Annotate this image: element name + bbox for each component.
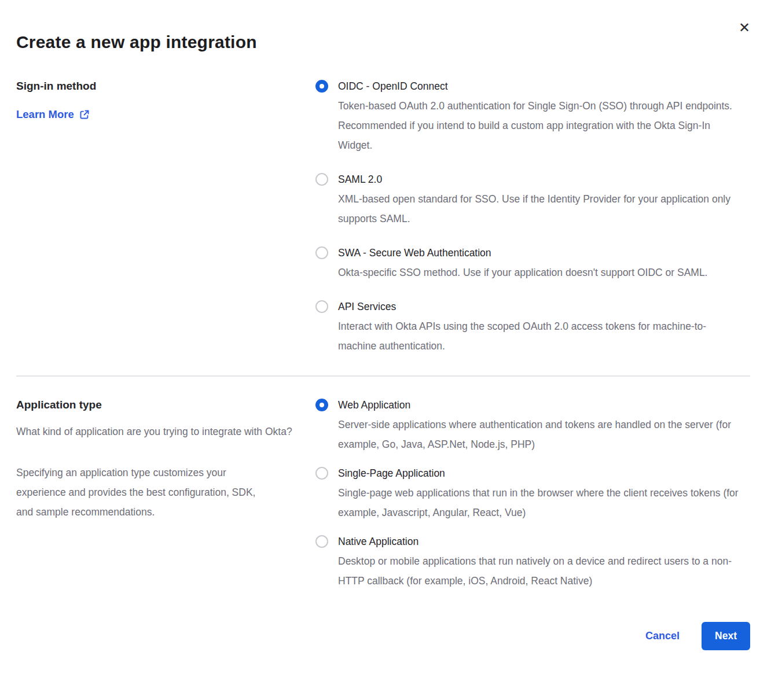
option-api-services-description: Interact with Okta APIs using the scoped… [338, 316, 740, 356]
option-web-application-description: Server-side applications where authentic… [338, 415, 740, 454]
option-saml-label[interactable]: SAML 2.0 [338, 172, 740, 187]
application-type-question: What kind of application are you trying … [16, 422, 306, 441]
application-type-label: Application type [16, 399, 315, 411]
option-single-page-application-label[interactable]: Single-Page Application [338, 466, 740, 481]
option-api-services-label[interactable]: API Services [338, 299, 740, 315]
application-type-explanation: Specifying an application type customize… [16, 463, 274, 522]
external-link-icon [79, 109, 90, 120]
option-native-application: Native Application Desktop or mobile app… [315, 534, 750, 591]
radio-web-application[interactable] [315, 399, 328, 411]
option-single-page-application: Single-Page Application Single-page web … [315, 466, 750, 522]
application-type-section: Application type What kind of applicatio… [16, 397, 750, 591]
radio-native-application[interactable] [315, 535, 328, 548]
radio-oidc[interactable] [315, 80, 328, 93]
learn-more-link[interactable]: Learn More [16, 108, 90, 121]
create-app-integration-dialog: ✕ Create a new app integration Sign-in m… [0, 0, 771, 700]
dialog-footer: Cancel Next [16, 622, 750, 650]
radio-api-services[interactable] [315, 300, 328, 313]
sign-in-method-section: Sign-in method Learn More OIDC - OpenID … [16, 79, 750, 356]
option-oidc-label[interactable]: OIDC - OpenID Connect [338, 79, 740, 94]
next-button[interactable]: Next [702, 622, 750, 650]
radio-saml[interactable] [315, 173, 328, 186]
option-saml-description: XML-based open standard for SSO. Use if … [338, 189, 740, 229]
learn-more-label: Learn More [16, 108, 74, 121]
option-native-application-description: Desktop or mobile applications that run … [338, 551, 740, 591]
option-api-services: API Services Interact with Okta APIs usi… [315, 299, 750, 356]
radio-single-page-application[interactable] [315, 467, 328, 480]
option-single-page-application-description: Single-page web applications that run in… [338, 483, 740, 522]
close-icon[interactable]: ✕ [739, 21, 750, 35]
option-saml: SAML 2.0 XML-based open standard for SSO… [315, 172, 750, 229]
section-divider [16, 375, 750, 377]
option-web-application: Web Application Server-side applications… [315, 397, 750, 454]
radio-swa[interactable] [315, 246, 328, 259]
option-oidc: OIDC - OpenID Connect Token-based OAuth … [315, 79, 750, 155]
sign-in-method-label: Sign-in method [16, 80, 315, 93]
page-title: Create a new app integration [16, 32, 750, 52]
option-swa-label[interactable]: SWA - Secure Web Authentication [338, 245, 707, 261]
cancel-button[interactable]: Cancel [645, 630, 680, 642]
option-oidc-description: Token-based OAuth 2.0 authentication for… [338, 96, 740, 155]
option-swa-description: Okta-specific SSO method. Use if your ap… [338, 263, 707, 282]
option-swa: SWA - Secure Web Authentication Okta-spe… [315, 245, 750, 282]
option-native-application-label[interactable]: Native Application [338, 534, 740, 550]
option-web-application-label[interactable]: Web Application [338, 397, 740, 413]
